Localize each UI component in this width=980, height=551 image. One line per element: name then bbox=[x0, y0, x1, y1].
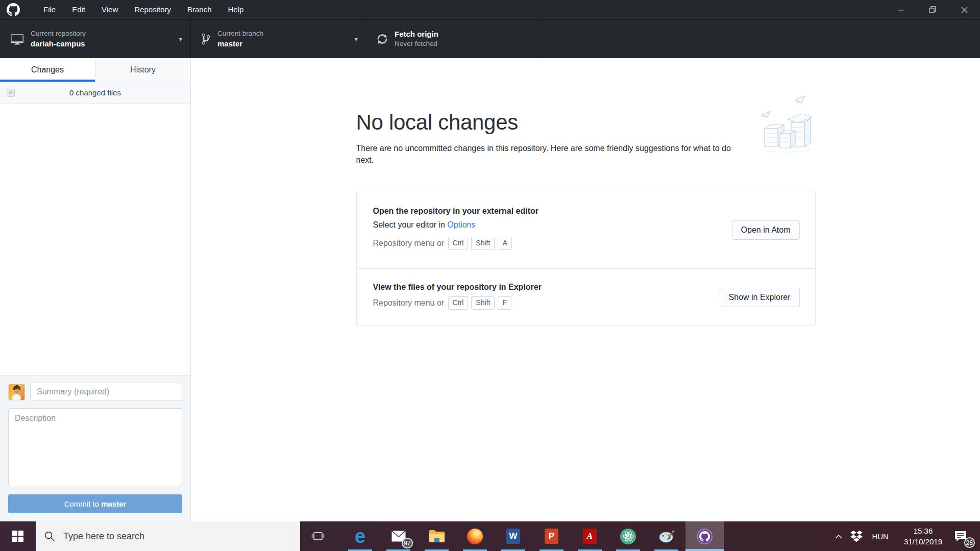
tray-time: 15:36 bbox=[904, 525, 942, 536]
close-button[interactable] bbox=[948, 0, 980, 19]
system-tray: HUN 15:36 31/10/2019 28 bbox=[830, 521, 980, 551]
github-desktop-icon bbox=[697, 529, 713, 544]
search-icon bbox=[44, 531, 55, 542]
taskbar-app-acrobat[interactable]: A bbox=[571, 521, 609, 551]
options-link[interactable]: Options bbox=[447, 220, 475, 229]
key-ctrl: Ctrl bbox=[448, 237, 469, 249]
changes-list-empty bbox=[0, 104, 190, 375]
changed-files-row: ✓ 0 changed files bbox=[0, 82, 190, 104]
toolbar: Current repository dariah-campus ▾ Curre… bbox=[0, 20, 980, 58]
menu-view[interactable]: View bbox=[93, 0, 126, 19]
shortcut-hint-text: Repository menu or bbox=[373, 298, 445, 308]
taskbar-app-github-desktop[interactable] bbox=[685, 521, 724, 551]
tray-dropbox[interactable] bbox=[847, 531, 866, 542]
dropbox-icon bbox=[850, 531, 863, 542]
tab-changes[interactable]: Changes bbox=[0, 58, 95, 82]
branch-name: master bbox=[217, 39, 263, 49]
repository-label: Current repository bbox=[31, 30, 86, 38]
minimize-button[interactable] bbox=[885, 0, 917, 19]
suggestion-title: Open the repository in your external edi… bbox=[373, 207, 799, 216]
atom-icon bbox=[620, 529, 636, 544]
word-icon: W bbox=[506, 529, 520, 544]
key-shift: Shift bbox=[471, 296, 495, 309]
taskbar-app-gimp[interactable] bbox=[647, 521, 685, 551]
git-branch-icon bbox=[202, 33, 210, 45]
taskbar-app-firefox[interactable] bbox=[456, 521, 494, 551]
tray-language[interactable]: HUN bbox=[866, 532, 896, 541]
commit-description-input[interactable] bbox=[8, 408, 182, 486]
mail-badge: 97 bbox=[402, 538, 412, 548]
sidebar: Changes History ✓ 0 changed files Commit… bbox=[0, 58, 191, 521]
page-subtitle: There are no uncommitted changes in this… bbox=[356, 142, 737, 166]
branch-labels: Current branch master bbox=[217, 30, 263, 49]
firefox-icon bbox=[467, 529, 483, 544]
action-center-button[interactable]: 28 bbox=[950, 526, 971, 546]
suggestion-open-editor: Open the repository in your external edi… bbox=[357, 191, 815, 268]
chevron-down-icon: ▾ bbox=[179, 35, 182, 43]
chevron-up-icon bbox=[835, 534, 842, 539]
monitor-icon bbox=[11, 33, 23, 45]
window-controls bbox=[885, 0, 980, 19]
start-button[interactable] bbox=[0, 521, 36, 551]
windows-logo-icon bbox=[12, 531, 23, 542]
branch-label: Current branch bbox=[217, 30, 263, 38]
key-a: A bbox=[498, 237, 511, 249]
edge-icon: e bbox=[355, 527, 365, 546]
tray-clock[interactable]: 15:36 31/10/2019 bbox=[896, 525, 950, 547]
chevron-down-icon: ▾ bbox=[354, 35, 358, 43]
show-in-explorer-button[interactable]: Show in Explorer bbox=[720, 288, 800, 307]
running-indicator bbox=[685, 549, 724, 551]
current-repository-dropdown[interactable]: Current repository dariah-campus ▾ bbox=[0, 20, 191, 58]
taskbar-app-mail[interactable]: 97 bbox=[379, 521, 418, 551]
menu-repository[interactable]: Repository bbox=[126, 0, 179, 19]
current-branch-dropdown[interactable]: Current branch master ▾ bbox=[191, 20, 366, 58]
paper-stack-illustration bbox=[757, 94, 815, 155]
taskbar-search[interactable] bbox=[36, 521, 300, 551]
key-ctrl: Ctrl bbox=[448, 296, 469, 309]
main-content: No local changes There are no uncommitte… bbox=[191, 58, 980, 521]
file-explorer-icon bbox=[429, 529, 445, 543]
fetch-labels: Fetch origin Never fetched bbox=[395, 30, 438, 49]
menu-file[interactable]: File bbox=[35, 0, 64, 19]
taskbar-app-edge[interactable]: e bbox=[341, 521, 379, 551]
fetch-status: Never fetched bbox=[395, 40, 438, 48]
fetch-label: Fetch origin bbox=[395, 30, 438, 39]
restore-button[interactable] bbox=[917, 0, 948, 19]
minimize-icon bbox=[898, 7, 904, 13]
suggestions-box: Open the repository in your external edi… bbox=[356, 191, 816, 326]
shortcut-hint-text: Repository menu or bbox=[373, 239, 445, 248]
task-view-button[interactable] bbox=[303, 521, 333, 551]
commit-button-prefix: Commit to bbox=[64, 499, 102, 508]
github-desktop-window: File Edit View Repository Branch Help bbox=[0, 0, 980, 521]
tray-expand-button[interactable] bbox=[830, 534, 847, 539]
page-title: No local changes bbox=[356, 110, 816, 135]
tab-history[interactable]: History bbox=[95, 58, 190, 82]
notifications-badge: 28 bbox=[964, 537, 975, 548]
taskbar-apps: e 97 W bbox=[341, 521, 724, 551]
sidebar-tabs: Changes History bbox=[0, 58, 190, 82]
gimp-icon bbox=[658, 529, 675, 544]
avatar bbox=[8, 384, 25, 400]
menu-branch[interactable]: Branch bbox=[179, 0, 220, 19]
commit-button[interactable]: Commit to master bbox=[8, 494, 182, 513]
taskbar-app-word[interactable]: W bbox=[494, 521, 532, 551]
taskbar-app-powerpoint[interactable]: P bbox=[532, 521, 571, 551]
menu-edit[interactable]: Edit bbox=[64, 0, 93, 19]
search-input[interactable] bbox=[62, 531, 279, 542]
commit-summary-input[interactable] bbox=[30, 383, 182, 401]
menu-help[interactable]: Help bbox=[220, 0, 252, 19]
fetch-origin-button[interactable]: Fetch origin Never fetched bbox=[366, 20, 543, 58]
close-icon bbox=[961, 7, 968, 13]
taskbar-app-file-explorer[interactable] bbox=[418, 521, 456, 551]
tray-date: 31/10/2019 bbox=[904, 536, 942, 547]
suggestion-show-explorer: View the files of your repository in Exp… bbox=[357, 268, 815, 325]
task-view-icon bbox=[311, 531, 325, 542]
key-f: F bbox=[498, 296, 511, 309]
titlebar: File Edit View Repository Branch Help bbox=[0, 0, 980, 20]
taskbar-app-atom[interactable] bbox=[609, 521, 647, 551]
open-in-atom-button[interactable]: Open in Atom bbox=[732, 220, 800, 240]
github-logo-icon bbox=[7, 3, 20, 16]
editor-hint-text: Select your editor in bbox=[373, 220, 448, 229]
select-all-checkbox[interactable]: ✓ bbox=[7, 89, 15, 97]
commit-button-branch: master bbox=[101, 499, 126, 508]
